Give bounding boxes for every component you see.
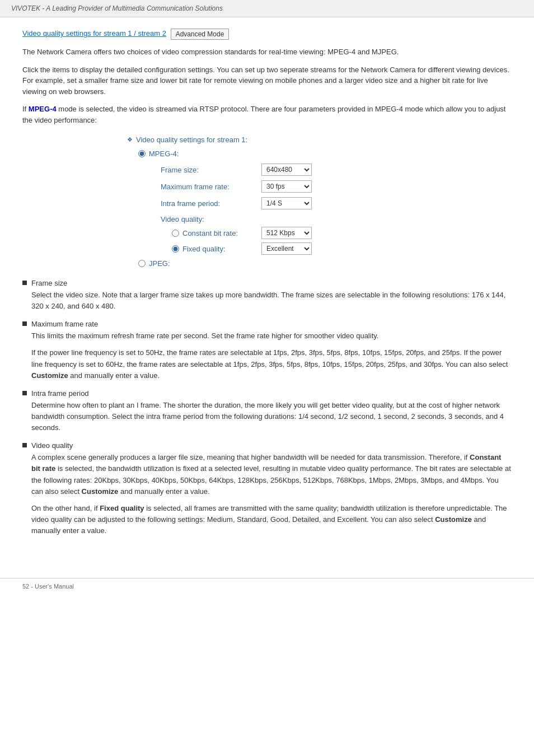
intro-paragraph-1: The Network Camera offers two choices of… bbox=[22, 46, 512, 58]
mpeg4-highlight: MPEG-4 bbox=[29, 105, 57, 113]
constant-bit-select[interactable]: 512 Kbps 256 Kbps 128 Kbps bbox=[261, 227, 312, 239]
customize-bold-1: Customize bbox=[31, 371, 68, 380]
intro-paragraph-2: Click the items to display the detailed … bbox=[22, 64, 512, 97]
intra-frame-row: Intra frame period: 1/4 S 1/2 S 1 S bbox=[161, 197, 407, 209]
bullet-frame-size: Frame size Select the video size. Note t… bbox=[22, 279, 512, 312]
max-frame-rate-select[interactable]: 30 fps 25 fps 20 fps bbox=[261, 180, 312, 193]
intro3-suffix: mode is selected, the video is streamed … bbox=[22, 105, 505, 124]
max-frame-rate-label: Maximum frame rate: bbox=[161, 183, 250, 191]
jpeg-radio[interactable] bbox=[138, 260, 146, 267]
intra-frame-label: Intra frame period: bbox=[161, 199, 250, 208]
footer-text: 52 - User's Manual bbox=[22, 583, 74, 590]
bullet-square-icon bbox=[22, 391, 27, 395]
bullet-max-frame-title: Maximum frame rate bbox=[31, 320, 98, 328]
header-title: VIVOTEK - A Leading Provider of Multimed… bbox=[11, 4, 223, 12]
bullet-max-frame-body1: This limits the maximum refresh frame ra… bbox=[31, 330, 512, 381]
advanced-mode-button[interactable]: Advanced Mode bbox=[171, 29, 229, 40]
constant-bit-label[interactable]: Constant bit rate: bbox=[172, 229, 250, 237]
bullet-section: Frame size Select the video size. Note t… bbox=[22, 279, 512, 536]
frame-size-label: Frame size: bbox=[161, 166, 250, 174]
page-heading: Video quality settings for stream 1 / st… bbox=[22, 29, 512, 40]
intro-paragraph-3: If MPEG-4 mode is selected, the video is… bbox=[22, 104, 512, 125]
bullet-vq-title: Video quality bbox=[31, 441, 73, 450]
fixed-quality-radio[interactable] bbox=[172, 245, 179, 253]
bullet-vq-body: A complex scene generally produces a lar… bbox=[31, 452, 512, 536]
bullet-square-icon bbox=[22, 443, 27, 447]
max-frame-rate-row: Maximum frame rate: 30 fps 25 fps 20 fps bbox=[161, 180, 407, 193]
fixed-quality-bold: Fixed quality bbox=[100, 504, 144, 512]
video-quality-label: Video quality: bbox=[161, 215, 407, 223]
frame-size-row: Frame size: 640x480 320x240 176x144 bbox=[161, 164, 407, 176]
bullet-intra-frame: Intra frame period Determine how often t… bbox=[22, 389, 512, 433]
footer-bar: 52 - User's Manual bbox=[0, 578, 534, 594]
fixed-quality-row: Fixed quality: Excellent Good Standard bbox=[172, 242, 407, 255]
customize-bold-2: Customize bbox=[82, 487, 119, 496]
bullet-video-quality: Video quality A complex scene generally … bbox=[22, 441, 512, 536]
constant-bit-row: Constant bit rate: 512 Kbps 256 Kbps 128… bbox=[172, 227, 407, 239]
fixed-quality-label[interactable]: Fixed quality: bbox=[172, 245, 250, 253]
bullet-frame-size-body: Select the video size. Note that a large… bbox=[31, 290, 512, 312]
header-bar: VIVOTEK - A Leading Provider of Multimed… bbox=[0, 0, 534, 17]
mpeg4-radio-group: MPEG-4: bbox=[127, 150, 407, 158]
bullet-intra-title: Intra frame period bbox=[31, 389, 89, 398]
intra-frame-select[interactable]: 1/4 S 1/2 S 1 S bbox=[261, 197, 312, 209]
bullet-square-icon bbox=[22, 281, 27, 285]
bullet-max-frame-rate: Maximum frame rate This limits the maxim… bbox=[22, 320, 512, 381]
customize-bold-3: Customize bbox=[435, 515, 472, 524]
stream-title: Video quality settings for stream 1: bbox=[127, 136, 407, 144]
stream-link[interactable]: Video quality settings for stream 1 / st… bbox=[22, 29, 166, 38]
bullet-square-icon bbox=[22, 321, 27, 326]
settings-table: Frame size: 640x480 320x240 176x144 Maxi… bbox=[161, 164, 407, 209]
video-quality-section: Video quality: Constant bit rate: 512 Kb… bbox=[161, 215, 407, 255]
jpeg-label[interactable]: JPEG: bbox=[138, 259, 407, 268]
frame-size-select[interactable]: 640x480 320x240 176x144 bbox=[261, 164, 312, 176]
stream-section: Video quality settings for stream 1: MPE… bbox=[127, 136, 407, 268]
mpeg4-label[interactable]: MPEG-4: bbox=[138, 150, 407, 158]
mpeg4-radio[interactable] bbox=[138, 150, 146, 157]
bullet-frame-size-title: Frame size bbox=[31, 279, 67, 287]
constant-bit-radio[interactable] bbox=[172, 230, 179, 237]
intro3-prefix: If bbox=[22, 105, 29, 113]
fixed-quality-select[interactable]: Excellent Good Standard bbox=[261, 242, 312, 255]
bullet-intra-body: Determine how often to plant an I frame.… bbox=[31, 400, 512, 433]
